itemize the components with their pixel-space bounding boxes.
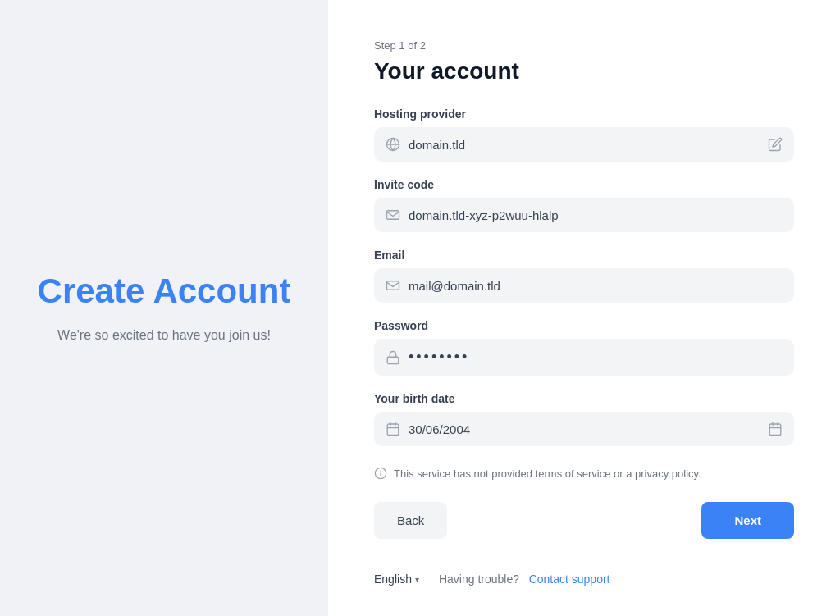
button-row: Back Next bbox=[374, 502, 794, 539]
info-icon bbox=[374, 467, 387, 482]
invite-code-group: Invite code domain.tld-xyz-p2wuu-hlalp bbox=[374, 178, 794, 232]
birth-date-label: Your birth date bbox=[374, 392, 794, 405]
left-panel: Create Account We're so excited to have … bbox=[0, 0, 328, 616]
having-trouble-text: Having trouble? Contact support bbox=[439, 573, 610, 586]
email-envelope-icon bbox=[386, 278, 400, 293]
language-label: English bbox=[374, 573, 412, 586]
date-picker-icon[interactable] bbox=[768, 422, 783, 436]
birth-date-group: Your birth date 30/06/2004 bbox=[374, 392, 794, 446]
info-notice: This service has not provided terms of s… bbox=[374, 466, 794, 482]
svg-rect-2 bbox=[387, 281, 399, 290]
email-label: Email bbox=[374, 249, 794, 262]
svg-rect-5 bbox=[769, 424, 781, 436]
invite-code-input-wrapper: domain.tld-xyz-p2wuu-hlalp bbox=[374, 198, 794, 232]
back-button[interactable]: Back bbox=[374, 502, 447, 539]
hosting-provider-value: domain.tld bbox=[409, 138, 760, 152]
email-group: Email mail@domain.tld bbox=[374, 249, 794, 303]
chevron-down-icon: ▾ bbox=[415, 575, 419, 584]
invite-code-value: domain.tld-xyz-p2wuu-hlalp bbox=[409, 208, 783, 222]
svg-rect-1 bbox=[387, 211, 399, 220]
password-label: Password bbox=[374, 319, 794, 332]
envelope-icon bbox=[386, 208, 400, 222]
right-panel: Step 1 of 2 Your account Hosting provide… bbox=[328, 0, 840, 616]
step-indicator: Step 1 of 2 bbox=[374, 39, 794, 52]
password-input-wrapper: •••••••• bbox=[374, 339, 794, 376]
hosting-provider-input-wrapper: domain.tld bbox=[374, 127, 794, 162]
hosting-provider-group: Hosting provider domain.tld bbox=[374, 107, 794, 162]
invite-code-label: Invite code bbox=[374, 178, 794, 191]
left-subtitle: We're so excited to have you join us! bbox=[57, 326, 271, 345]
svg-rect-4 bbox=[387, 424, 399, 436]
birth-date-input-wrapper: 30/06/2004 bbox=[374, 412, 794, 446]
lock-icon bbox=[386, 350, 400, 365]
birth-date-value: 30/06/2004 bbox=[409, 422, 760, 436]
email-input-wrapper: mail@domain.tld bbox=[374, 268, 794, 303]
calendar-icon bbox=[386, 422, 400, 436]
next-button[interactable]: Next bbox=[701, 502, 794, 539]
contact-support-link[interactable]: Contact support bbox=[529, 573, 610, 586]
form-title: Your account bbox=[374, 58, 794, 84]
info-notice-text: This service has not provided terms of s… bbox=[394, 466, 701, 482]
globe-icon bbox=[386, 137, 400, 152]
create-account-heading: Create Account bbox=[38, 271, 291, 312]
language-selector[interactable]: English ▾ bbox=[374, 573, 419, 586]
hosting-provider-label: Hosting provider bbox=[374, 107, 794, 121]
password-value: •••••••• bbox=[409, 349, 783, 366]
svg-rect-3 bbox=[387, 357, 399, 363]
footer-bar: English ▾ Having trouble? Contact suppor… bbox=[374, 559, 794, 599]
password-group: Password •••••••• bbox=[374, 319, 794, 376]
edit-icon[interactable] bbox=[768, 137, 783, 152]
email-value: mail@domain.tld bbox=[409, 279, 783, 293]
